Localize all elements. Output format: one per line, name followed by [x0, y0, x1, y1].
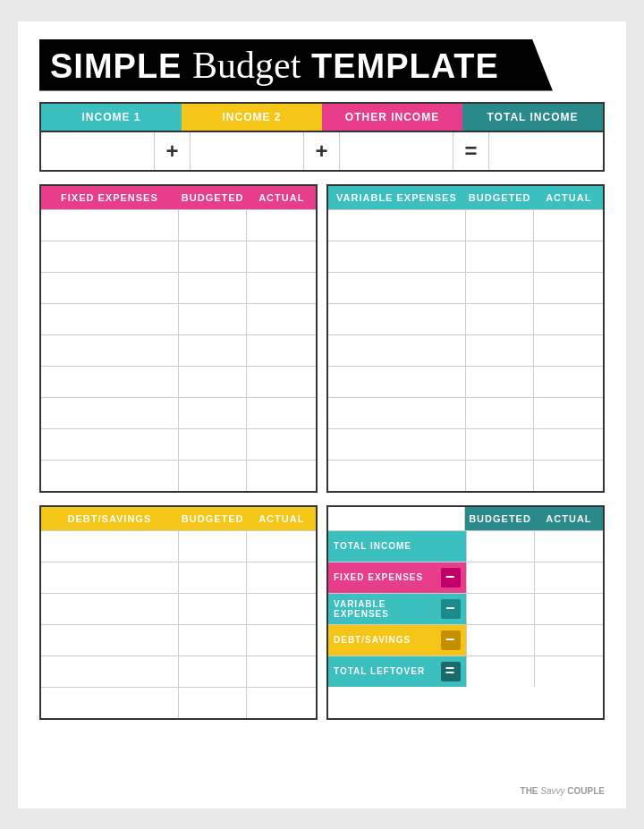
middle-section: FIXED EXPENSES BUDGETED ACTUAL VARIABLE …	[39, 184, 605, 493]
var-row-1	[328, 209, 603, 241]
summary-budgeted-header: BUDGETED	[464, 507, 535, 530]
debt-col2-header: BUDGETED	[178, 507, 248, 530]
income-header: INCOME 1 INCOME 2 OTHER INCOME TOTAL INC…	[39, 102, 605, 132]
variable-col2-header: BUDGETED	[465, 186, 535, 209]
summary-total-income-budgeted[interactable]	[466, 531, 535, 562]
income-row: + + =	[39, 132, 605, 172]
leftover-equals-icon: =	[441, 662, 461, 681]
summary-variable-budgeted[interactable]	[466, 594, 535, 624]
bottom-section: DEBT/SAVINGS BUDGETED ACTUAL BUDGETED AC…	[39, 505, 605, 720]
debt-col1-header: DEBT/SAVINGS	[41, 507, 178, 530]
debt-row-6	[41, 687, 316, 718]
summary-fixed-budgeted[interactable]	[466, 563, 535, 593]
watermark-suffix: COUPLE	[567, 786, 605, 796]
watermark-brand: Savvy	[540, 786, 564, 796]
summary-leftover-budgeted[interactable]	[466, 656, 535, 687]
summary-debt-budgeted[interactable]	[466, 625, 535, 656]
title-simple: SIMPLE	[50, 47, 182, 85]
debt-row-1	[41, 530, 316, 562]
var-row-4	[328, 303, 603, 334]
other-income-input[interactable]	[340, 132, 453, 170]
fixed-row-7	[41, 397, 316, 428]
var-row-9	[328, 460, 603, 491]
summary-variable-label: VARIABLE EXPENSES −	[328, 594, 466, 624]
fixed-row-8	[41, 428, 316, 460]
debt-row-3	[41, 593, 316, 624]
summary-leftover-row: TOTAL LEFTOVER =	[328, 656, 603, 687]
debt-savings-table: DEBT/SAVINGS BUDGETED ACTUAL	[39, 505, 318, 720]
watermark: THE Savvy COUPLE	[521, 786, 605, 796]
var-row-3	[328, 272, 603, 303]
fixed-row-2	[41, 241, 316, 272]
var-row-6	[328, 366, 603, 397]
summary-total-income-row: TOTAL INCOME	[328, 530, 603, 562]
fixed-row-3	[41, 272, 316, 303]
fixed-col2-header: BUDGETED	[178, 186, 248, 209]
fixed-expenses-table: FIXED EXPENSES BUDGETED ACTUAL	[39, 184, 318, 493]
other-income-header: OTHER INCOME	[322, 104, 462, 131]
summary-spacer	[328, 507, 464, 530]
variable-minus-icon: −	[441, 599, 460, 619]
total-income-header: TOTAL INCOME	[462, 104, 603, 131]
summary-fixed-actual[interactable]	[534, 563, 603, 593]
variable-expenses-header: VARIABLE EXPENSES BUDGETED ACTUAL	[328, 186, 603, 209]
summary-total-income-label: TOTAL INCOME	[328, 531, 466, 562]
variable-expenses-table: VARIABLE EXPENSES BUDGETED ACTUAL	[326, 184, 605, 493]
summary-header: BUDGETED ACTUAL	[328, 507, 603, 530]
summary-variable-row: VARIABLE EXPENSES −	[328, 593, 603, 624]
fixed-expenses-header: FIXED EXPENSES BUDGETED ACTUAL	[41, 186, 316, 209]
income1-header: INCOME 1	[41, 104, 182, 131]
fixed-row-4	[41, 303, 316, 334]
var-row-8	[328, 428, 603, 460]
variable-col1-header: VARIABLE EXPENSES	[328, 186, 465, 209]
summary-actual-header: ACTUAL	[535, 507, 603, 530]
debt-row-2	[41, 562, 316, 593]
income1-plus: +	[155, 132, 191, 170]
debt-row-5	[41, 656, 316, 687]
summary-leftover-actual[interactable]	[534, 656, 603, 687]
income2-input[interactable]	[191, 132, 304, 170]
debt-col3-header: ACTUAL	[248, 507, 316, 530]
fixed-row-1	[41, 209, 316, 241]
variable-col3-header: ACTUAL	[535, 186, 603, 209]
fixed-col1-header: FIXED EXPENSES	[41, 186, 178, 209]
debt-minus-icon: −	[441, 630, 461, 650]
var-row-2	[328, 241, 603, 272]
title-bar: SIMPLE Budget TEMPLATE	[39, 39, 553, 91]
debt-row-4	[41, 624, 316, 656]
income1-input[interactable]	[41, 132, 155, 170]
var-row-7	[328, 397, 603, 428]
fixed-row-5	[41, 334, 316, 366]
fixed-col3-header: ACTUAL	[248, 186, 316, 209]
summary-debt-actual[interactable]	[534, 625, 603, 656]
var-row-5	[328, 334, 603, 366]
summary-leftover-label: TOTAL LEFTOVER =	[328, 656, 466, 687]
income2-plus: +	[304, 132, 340, 170]
fixed-row-6	[41, 366, 316, 397]
budget-page: SIMPLE Budget TEMPLATE INCOME 1 INCOME 2…	[18, 21, 626, 808]
summary-debt-row: DEBT/SAVINGS −	[328, 624, 603, 656]
fixed-minus-icon: −	[441, 568, 461, 588]
title-template: TEMPLATE	[311, 47, 499, 85]
summary-fixed-label: FIXED EXPENSES −	[328, 563, 466, 593]
income-equals: =	[453, 132, 489, 170]
summary-total-income-actual[interactable]	[534, 531, 603, 562]
total-income-input[interactable]	[489, 132, 603, 170]
summary-variable-actual[interactable]	[534, 594, 603, 624]
title-budget: Budget	[192, 45, 301, 86]
watermark-prefix: THE	[521, 786, 538, 796]
summary-debt-label: DEBT/SAVINGS −	[328, 625, 466, 656]
summary-fixed-row: FIXED EXPENSES −	[328, 562, 603, 593]
main-title: SIMPLE Budget TEMPLATE	[50, 47, 499, 84]
fixed-row-9	[41, 460, 316, 491]
debt-header: DEBT/SAVINGS BUDGETED ACTUAL	[41, 507, 316, 530]
summary-table: BUDGETED ACTUAL TOTAL INCOME FIXED EXPEN…	[326, 505, 605, 720]
income2-header: INCOME 2	[182, 104, 322, 131]
